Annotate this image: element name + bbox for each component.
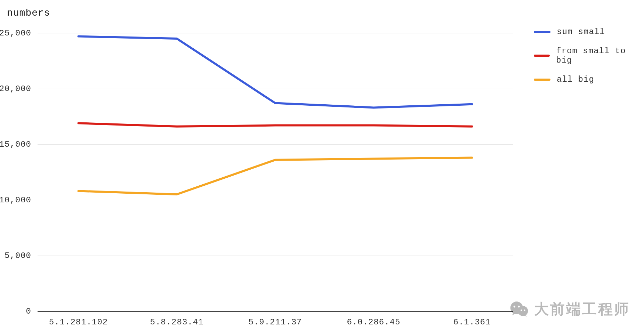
watermark-text: 大前端工程师 [534,299,630,319]
x-axis-tick-label: 5.8.283.41 [150,317,204,327]
y-axis-tick-label: 10,000 [0,195,31,205]
chart-lines [38,33,513,311]
watermark: 大前端工程师 [509,299,630,319]
series-line [79,123,472,127]
y-axis-tick-label: 5,000 [5,251,31,260]
chart-plot-area: 05,00010,00015,00020,00025,0005.1.281.10… [38,33,513,312]
x-axis-tick-label: 6.1.361 [453,317,491,327]
legend-label: from small to big [556,46,644,65]
legend-swatch [534,31,550,33]
gridline [38,200,513,200]
legend-item: all big [534,75,644,84]
legend-item: from small to big [534,46,644,65]
legend-swatch [534,55,550,57]
gridline [38,33,513,33]
y-axis-tick-label: 25,000 [0,29,31,38]
x-axis-tick-label: 5.1.281.102 [49,317,108,327]
legend-item: sum small [534,27,644,37]
chart-title: numbers [7,8,50,18]
y-axis-tick-label: 0 [26,307,31,316]
gridline [38,256,513,256]
svg-point-2 [514,306,515,307]
svg-point-4 [521,309,522,311]
x-axis-tick-label: 6.0.286.45 [347,317,400,327]
legend-label: sum small [557,27,605,37]
svg-point-1 [518,306,528,316]
y-axis-tick-label: 15,000 [0,140,31,149]
series-line [79,158,472,194]
gridline [38,89,513,89]
y-axis-tick-label: 20,000 [0,84,31,94]
x-axis-tick-label: 5.9.211.37 [248,317,302,327]
svg-point-3 [518,306,520,307]
legend-swatch [534,79,550,81]
legend-label: all big [557,75,594,84]
svg-point-5 [524,309,525,311]
gridline [38,144,513,145]
series-line [79,37,472,108]
chart-legend: sum smallfrom small to bigall big [534,27,644,94]
